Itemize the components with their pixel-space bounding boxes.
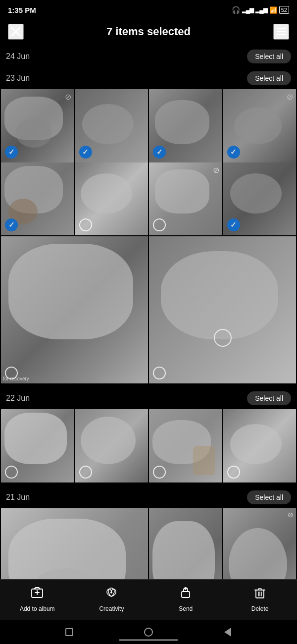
photo-cell[interactable] [1,409,74,483]
photo-grid-23jun-row1: ⊘ ✓ ✓ ✓ ⊘ [0,89,297,162]
scroll-content: 24 Jun Select all 23 Jun Select all ⊘ ✓ … [0,46,297,644]
selection-indicator: ✓ [79,146,92,159]
album-badge: ⊘ [288,511,294,519]
photo-thumbnail [149,236,296,383]
date-label-22jun: 22 Jun [6,394,30,403]
home-indicator [119,639,178,641]
add-to-album-icon [30,586,44,602]
photo-cell[interactable]: ⊘ ✓ [223,89,297,162]
photo-cell[interactable] [149,236,296,383]
date-label-24jun: 24 Jun [6,52,30,61]
selection-indicator [5,466,18,479]
creativity-button[interactable]: Creativity [94,586,129,612]
delete-label: Delete [251,605,269,612]
signal-icon-2: ▂▄▆ [255,6,267,13]
photo-cell[interactable] [75,409,148,483]
selection-indicator [153,218,166,231]
bottom-toolbar: Add to album Creativity Send [0,579,297,620]
status-bar: 1:35 PM 🎧 ▂▄▆ ▂▄▆ 📶 52 [0,0,297,18]
photo-cell[interactable]: ⊘ ✓ [1,89,74,162]
photo-cell[interactable]: ✓ [1,162,74,236]
date-label-21jun: 21 Jun [6,493,30,502]
add-to-album-button[interactable]: Add to album [20,586,55,612]
filter-icon [276,26,287,37]
photo-cell[interactable] [223,409,297,483]
select-all-24jun[interactable]: Select all [247,50,291,63]
photo-cell[interactable]: ⊘ [149,162,222,236]
nav-home-icon [144,628,153,637]
photo-thumbnail: for recovery [1,236,148,383]
photo-cell[interactable] [75,162,148,236]
status-time: 1:35 PM [8,6,36,14]
signal-icon: ▂▄▆ [242,6,254,13]
select-all-21jun[interactable]: Select all [247,490,291,504]
section-21jun: 21 Jun Select all [0,486,297,508]
header: 7 items selected [0,18,297,46]
status-icons: 🎧 ▂▄▆ ▂▄▆ 📶 52 [232,6,289,14]
nav-back-button[interactable] [222,626,234,638]
nav-home-button[interactable] [143,626,154,638]
photo-cell[interactable] [149,409,222,483]
delete-button[interactable]: Delete [243,586,277,612]
headphone-icon: 🎧 [232,6,240,14]
section-24jun: 24 Jun Select all [0,46,297,67]
selection-indicator: ✓ [227,146,240,159]
photo-grid-23jun-row2: ✓ ⊘ ✓ [0,162,297,236]
selection-indicator [79,218,92,231]
battery-indicator: 52 [279,6,289,14]
svg-rect-9 [182,591,190,597]
photo-cell[interactable]: ✓ [75,89,148,162]
nav-recent-button[interactable] [63,626,75,638]
selection-indicator: ✓ [153,146,166,159]
creativity-icon [104,586,118,602]
nav-recent-icon [65,628,73,636]
close-icon [11,27,21,37]
select-all-23jun[interactable]: Select all [247,71,291,85]
svg-point-8 [110,591,112,593]
add-to-album-label: Add to album [20,605,55,612]
selection-indicator: ✓ [5,218,18,231]
album-badge: ⊘ [213,165,219,175]
album-badge: ⊘ [65,92,71,102]
close-button[interactable] [8,24,24,40]
section-23jun: 23 Jun Select all [0,67,297,89]
selection-indicator [227,466,240,479]
photo-grid-23jun-row3: for recovery [0,235,297,383]
section-22jun: 22 Jun Select all [0,387,297,409]
send-label: Send [179,605,193,612]
send-icon [179,586,193,602]
photo-cell[interactable]: ✓ [223,162,297,236]
selection-indicator [153,466,166,479]
creativity-label: Creativity [99,605,124,612]
wifi-icon: 📶 [269,6,277,14]
selection-indicator [5,367,18,379]
selection-indicator: ✓ [227,218,240,231]
selection-count: 7 items selected [24,25,273,38]
send-button[interactable]: Send [168,586,203,612]
selection-indicator: ✓ [5,146,18,159]
selection-indicator [153,367,166,379]
nav-back-icon [224,628,231,637]
album-badge: ⊘ [287,92,293,102]
photo-cell[interactable]: ✓ [149,89,222,162]
date-label-23jun: 23 Jun [6,74,30,83]
photo-grid-22jun [0,409,297,483]
select-all-22jun[interactable]: Select all [247,391,291,405]
delete-icon [253,586,267,602]
circle-button [214,329,232,347]
selection-indicator [79,466,92,479]
filter-button[interactable] [273,24,289,40]
photo-cell[interactable]: for recovery [1,236,148,383]
